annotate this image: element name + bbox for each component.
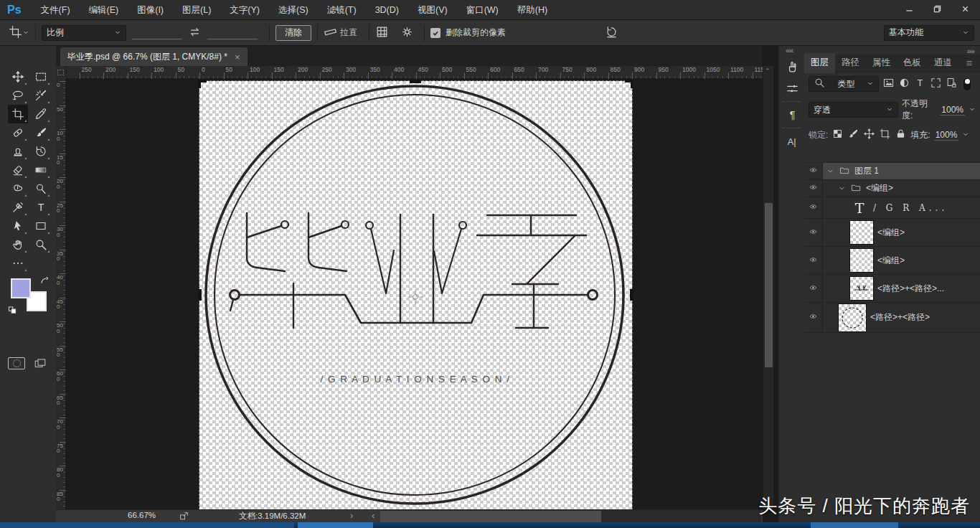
panel-tab[interactable]: 色板 bbox=[897, 53, 928, 73]
vertical-scroll-thumb[interactable] bbox=[765, 203, 773, 367]
horizontal-scroll-track[interactable] bbox=[380, 510, 761, 523]
smudge-tool-icon[interactable] bbox=[8, 179, 28, 198]
menu-item[interactable]: 文字(Y) bbox=[220, 5, 269, 15]
layer-name[interactable]: / G R A... bbox=[873, 203, 948, 213]
magic-wand-tool-icon[interactable] bbox=[31, 86, 51, 105]
collapse-dock-icon[interactable]: «« bbox=[786, 46, 793, 55]
overlay-grid-icon[interactable] bbox=[375, 25, 389, 41]
layer-thumbnail[interactable] bbox=[839, 304, 866, 331]
move-tool-icon[interactable] bbox=[8, 67, 28, 86]
menu-item[interactable]: 3D(D) bbox=[366, 5, 408, 15]
gradient-tool-icon[interactable] bbox=[31, 161, 51, 179]
lock-position-icon[interactable] bbox=[863, 128, 875, 142]
clone-source-panel-icon[interactable] bbox=[779, 77, 805, 99]
ruler-origin-corner[interactable] bbox=[56, 66, 67, 79]
pen-tool-icon[interactable] bbox=[8, 198, 28, 217]
lock-pixels-icon[interactable] bbox=[847, 128, 859, 142]
chevron-down-icon[interactable] bbox=[969, 105, 976, 115]
layer-name[interactable]: <编组> bbox=[866, 182, 893, 194]
filter-type-layers-icon[interactable]: T bbox=[914, 77, 926, 91]
layer-row[interactable]: <编组> bbox=[804, 180, 980, 197]
menu-item[interactable]: 选择(S) bbox=[269, 5, 318, 15]
layer-name[interactable]: <编组> bbox=[877, 255, 905, 267]
filter-shape-layers-icon[interactable] bbox=[930, 77, 942, 91]
ruler-top[interactable]: 2502001501005005010015020025030035040045… bbox=[56, 66, 763, 79]
reset-icon[interactable] bbox=[605, 25, 618, 41]
crop-handle-top[interactable] bbox=[410, 80, 421, 83]
panel-menu-icon[interactable] bbox=[964, 59, 974, 69]
chevron-down-icon[interactable] bbox=[962, 130, 969, 140]
vertical-scroll-track[interactable]: ⌃ bbox=[763, 66, 773, 509]
document-tab[interactable]: 毕业季.psd @ 66.7% (图层 1, CMYK/8#) * × bbox=[60, 47, 248, 66]
export-icon[interactable] bbox=[179, 512, 189, 522]
crop-handle-left[interactable] bbox=[198, 289, 202, 301]
text-layer-thumbnail[interactable]: T bbox=[850, 200, 869, 216]
close-button[interactable] bbox=[961, 4, 970, 16]
type-tool-icon[interactable]: T bbox=[31, 198, 51, 217]
eraser-tool-icon[interactable] bbox=[8, 161, 28, 179]
ruler-left[interactable]: 0501001502002503003504004505005506006507… bbox=[56, 79, 66, 509]
layer-row[interactable]: 图层 1 bbox=[804, 163, 980, 180]
crop-handle-right[interactable] bbox=[630, 289, 633, 301]
layer-visibility-eye-icon[interactable] bbox=[804, 275, 823, 302]
menu-item[interactable]: 图像(I) bbox=[128, 5, 173, 15]
filter-pixel-layers-icon[interactable] bbox=[882, 77, 895, 91]
panel-tab[interactable]: 属性 bbox=[866, 53, 897, 73]
layer-visibility-eye-icon[interactable] bbox=[804, 247, 823, 274]
restore-button[interactable] bbox=[933, 4, 942, 16]
swap-values-icon[interactable] bbox=[188, 25, 202, 41]
panel-tab[interactable]: 路径 bbox=[835, 53, 866, 73]
scroll-up-icon[interactable]: ⌃ bbox=[765, 67, 771, 75]
menu-item[interactable]: 帮助(H) bbox=[508, 5, 557, 15]
opacity-value[interactable]: 100% bbox=[940, 105, 965, 116]
brush-tool-icon[interactable] bbox=[31, 123, 51, 142]
zoom-tool-icon[interactable] bbox=[31, 235, 51, 254]
layer-visibility-eye-icon[interactable] bbox=[804, 163, 823, 179]
filter-smart-objects-icon[interactable] bbox=[946, 77, 958, 91]
panel-tab[interactable]: 通道 bbox=[928, 53, 958, 73]
layer-visibility-eye-icon[interactable] bbox=[804, 180, 823, 197]
layer-row[interactable]: <编组> bbox=[804, 247, 980, 275]
lasso-tool-icon[interactable] bbox=[8, 86, 28, 105]
minimize-button[interactable] bbox=[905, 4, 914, 16]
straighten-label[interactable]: 拉直 bbox=[340, 27, 357, 39]
ratio-height-input[interactable] bbox=[207, 27, 258, 39]
screen-mode-button[interactable] bbox=[32, 357, 49, 372]
crop-ratio-select[interactable]: 比例 bbox=[42, 25, 126, 41]
dock-drag-handle[interactable] bbox=[783, 101, 801, 102]
windows-taskbar[interactable] bbox=[0, 522, 980, 528]
layer-visibility-eye-icon[interactable] bbox=[804, 219, 823, 246]
zoom-level-field[interactable]: 66.67% bbox=[128, 511, 156, 519]
layer-thumbnail[interactable] bbox=[850, 277, 873, 300]
filter-toggle-switch[interactable] bbox=[963, 78, 971, 90]
crop-handle-top-right[interactable] bbox=[625, 80, 633, 88]
layer-visibility-eye-icon[interactable] bbox=[804, 197, 823, 218]
hand-tool-icon[interactable] bbox=[8, 235, 28, 254]
canvas[interactable]: / G R A D U A T I O N S E A S O N / bbox=[199, 81, 632, 509]
menu-item[interactable]: 文件(F) bbox=[32, 5, 80, 15]
layer-row[interactable]: <路径>+<路径> bbox=[804, 303, 980, 333]
menu-item[interactable]: 滤镜(T) bbox=[318, 5, 366, 15]
menu-item[interactable]: 图层(L) bbox=[173, 5, 220, 15]
swap-colors-icon[interactable] bbox=[37, 276, 48, 289]
dodge-tool-icon[interactable] bbox=[31, 179, 51, 198]
eyedropper-tool-icon[interactable] bbox=[31, 105, 51, 123]
character-panel-icon[interactable]: A| bbox=[779, 131, 805, 152]
fill-value[interactable]: 100% bbox=[934, 130, 959, 141]
menu-item[interactable]: 窗口(W) bbox=[457, 5, 508, 15]
menu-item[interactable]: 视图(V) bbox=[408, 5, 457, 15]
delete-cropped-pixels-checkbox[interactable] bbox=[430, 28, 440, 38]
status-next-icon[interactable]: › bbox=[350, 510, 353, 521]
layer-name[interactable]: <路径>+<路径>... bbox=[877, 283, 944, 295]
crop-settings-gear-icon[interactable] bbox=[400, 25, 414, 41]
filter-kind-select[interactable]: 类型 bbox=[809, 76, 879, 92]
chevron-down-icon[interactable] bbox=[22, 28, 29, 38]
layer-row[interactable]: <路径>+<路径>... bbox=[804, 275, 980, 303]
panel-tab[interactable]: 图层 bbox=[804, 53, 835, 73]
quick-mask-button[interactable] bbox=[8, 357, 25, 369]
clone-stamp-tool-icon[interactable] bbox=[8, 142, 28, 161]
layer-row[interactable]: T/ G R A... bbox=[804, 197, 980, 219]
layer-name[interactable]: 图层 1 bbox=[854, 165, 879, 177]
brushes-panel-icon[interactable] bbox=[779, 56, 805, 77]
crop-tool-preset-icon[interactable] bbox=[9, 25, 22, 41]
